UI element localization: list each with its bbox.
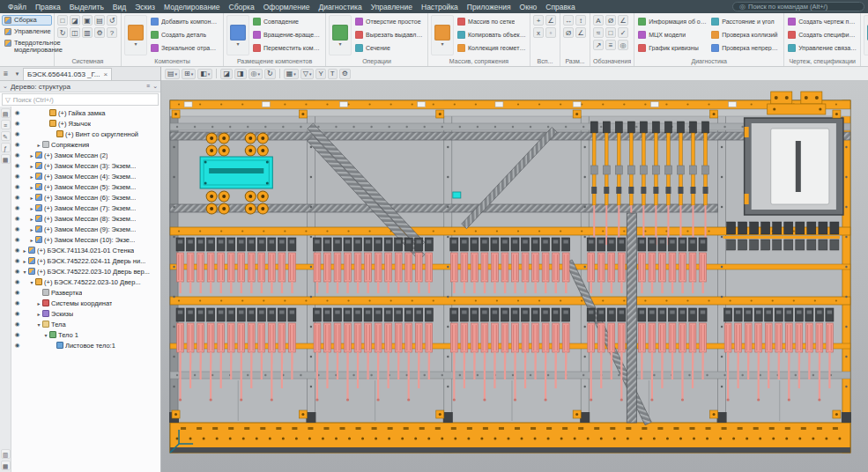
tree-row[interactable]: ◉▸Эскизы bbox=[11, 308, 160, 319]
document-tab[interactable]: БЭСК.656441.053 _Г... × bbox=[23, 68, 112, 80]
panel-grid-icon[interactable]: ▦ bbox=[1, 461, 11, 470]
visibility-eye-icon[interactable]: ◉ bbox=[13, 151, 21, 159]
note-lines-icon[interactable]: ≡ bbox=[605, 40, 616, 50]
tab-menu-icon[interactable]: ▾ bbox=[11, 67, 23, 80]
expand-arrow-icon[interactable]: ▸ bbox=[28, 184, 35, 190]
rotate-view-icon[interactable]: ↻ bbox=[264, 69, 276, 79]
tree-row[interactable]: ◉▸(+) Замок Мессан (7): Экзем... bbox=[11, 203, 160, 213]
mate-coincident-button[interactable]: ▾ bbox=[226, 15, 249, 55]
visibility-eye-icon[interactable]: ◉ bbox=[13, 215, 21, 222]
visibility-eye-icon[interactable]: ◉ bbox=[13, 162, 21, 169]
tree-row[interactable]: ◉▸(+) Замок Мессан (8): Экзем... bbox=[11, 213, 160, 224]
ribbon-button[interactable]: Проверка непрерывности bbox=[710, 41, 781, 55]
visibility-eye-icon[interactable]: ◉ bbox=[13, 225, 21, 232]
cabinet-door[interactable] bbox=[745, 118, 843, 215]
expand-arrow-icon[interactable]: ▸ bbox=[35, 142, 42, 148]
visibility-eye-icon[interactable]: ◉ bbox=[13, 289, 21, 296]
ribbon-button[interactable]: Управление связанными с... bbox=[787, 41, 857, 55]
tab-list-icon[interactable]: ≣ bbox=[0, 67, 11, 80]
tree-search-input[interactable]: ▽ Поиск (Ctrl+/) bbox=[2, 93, 159, 106]
3d-viewport-scene[interactable] bbox=[161, 81, 868, 472]
filter-icon[interactable]: ▽▾ bbox=[300, 69, 315, 79]
new-document-icon[interactable]: □ bbox=[57, 15, 68, 26]
create-component-button[interactable]: ▾ bbox=[124, 15, 147, 55]
visibility-eye-icon[interactable]: ◉ bbox=[13, 278, 21, 285]
ribbon-button[interactable]: Расстояние и угол bbox=[710, 15, 781, 28]
note-leader-icon[interactable]: ↗ bbox=[593, 40, 604, 50]
ribbon-button[interactable]: Переместить компоненты bbox=[252, 41, 323, 55]
menu-item-7[interactable]: Оформление bbox=[259, 3, 315, 11]
dim-diameter-icon[interactable]: Ø bbox=[563, 27, 574, 38]
ribbon-button[interactable]: Создать деталь bbox=[150, 28, 220, 41]
note-text-icon[interactable]: A bbox=[593, 15, 604, 26]
workspace-tab-2[interactable]: Твердотельное моделирование bbox=[2, 38, 52, 55]
ribbon-button[interactable]: Проверка коллизий bbox=[710, 28, 781, 41]
tree-row[interactable]: ◉▸Сопряжения bbox=[11, 139, 160, 150]
menu-item-4[interactable]: Эскиз bbox=[130, 3, 160, 11]
visibility-eye-icon[interactable]: ◉ bbox=[13, 342, 21, 349]
panel-tree-icon[interactable]: ▤ bbox=[1, 108, 11, 118]
ribbon-button[interactable]: Добавить компонент из... bbox=[150, 15, 220, 28]
section-view-icon[interactable]: ◨ bbox=[234, 69, 247, 79]
selected-component[interactable] bbox=[200, 157, 272, 188]
visibility-eye-icon[interactable]: ◉ bbox=[13, 173, 21, 180]
visibility-eye-icon[interactable]: ◉ bbox=[13, 257, 21, 264]
note-angle-icon[interactable]: ∠ bbox=[618, 15, 628, 26]
chevron-down-icon[interactable]: ⌄ bbox=[3, 83, 8, 90]
note-diameter-icon[interactable]: Ø bbox=[605, 15, 616, 26]
selection-filter-icon[interactable]: ▤▾ bbox=[165, 69, 180, 79]
tree-row[interactable]: ◉▸Системы координат bbox=[11, 298, 160, 308]
tree-row[interactable]: ◉▸(+) Замок Мессан (10): Экзе... bbox=[11, 234, 160, 245]
dim-angle-icon[interactable]: ∠ bbox=[575, 27, 586, 38]
expand-arrow-icon[interactable]: ▸ bbox=[28, 226, 35, 232]
panel-sketch-icon[interactable]: ✎ bbox=[1, 131, 11, 141]
note-rough-icon[interactable]: ≈ bbox=[593, 27, 604, 38]
note-target-icon[interactable]: ◎ bbox=[618, 40, 628, 50]
close-icon[interactable]: × bbox=[104, 70, 108, 78]
panel-library-icon[interactable]: ▦ bbox=[1, 154, 11, 164]
hide-components-icon[interactable]: ▦▾ bbox=[284, 69, 299, 79]
expand-arrow-icon[interactable]: ▾ bbox=[42, 332, 49, 338]
menu-item-1[interactable]: Правка bbox=[31, 3, 65, 11]
expand-arrow-icon[interactable]: ▸ bbox=[35, 300, 42, 306]
axes-y-icon[interactable]: Y bbox=[315, 69, 325, 79]
ribbon-button[interactable]: Информация об объекте bbox=[637, 15, 708, 28]
aux-angle-icon[interactable]: ∠ bbox=[545, 15, 556, 26]
expand-arrow-icon[interactable]: ▸ bbox=[21, 247, 28, 254]
tree-row[interactable]: ◉Развертка bbox=[11, 287, 160, 298]
insert-element-button[interactable]: ▾ bbox=[864, 15, 868, 55]
tree-row[interactable]: ◉▸(+) Замок Мессан (2) bbox=[11, 150, 160, 160]
tree-row[interactable]: ◉▸(+) Замок Мессан (6): Экзем... bbox=[11, 192, 160, 203]
text-tool-icon[interactable]: T bbox=[328, 69, 338, 79]
orientation-icon[interactable]: ⊞▾ bbox=[182, 69, 196, 79]
aux-plane-icon[interactable]: ◦ bbox=[545, 27, 556, 38]
tree-row[interactable]: ◉(+) Винт со скругленной bbox=[11, 129, 160, 139]
tree-row[interactable]: ◉(+) Гайка замка bbox=[11, 107, 160, 118]
expand-arrow-icon[interactable]: ▸ bbox=[35, 311, 42, 317]
menu-item-12[interactable]: Окно bbox=[516, 3, 542, 11]
expand-arrow-icon[interactable]: ▾ bbox=[28, 279, 35, 285]
visibility-eye-icon[interactable]: ◉ bbox=[13, 183, 21, 190]
copy-icon[interactable]: ◫ bbox=[70, 27, 80, 38]
tree-row[interactable]: ◉▾(+) БЭСК.745222.023-10 Дверь вер... bbox=[11, 266, 160, 277]
menu-item-9[interactable]: Управление bbox=[367, 3, 417, 11]
dim-linear-icon[interactable]: ↔ bbox=[563, 15, 574, 26]
help-icon[interactable]: ? bbox=[107, 27, 117, 38]
print-icon[interactable]: ▤ bbox=[94, 15, 105, 26]
tree-menu-icon[interactable]: ≡ bbox=[146, 83, 150, 90]
aux-point-icon[interactable]: + bbox=[533, 15, 544, 26]
ribbon-button[interactable]: МЦХ модели bbox=[637, 28, 708, 41]
expand-arrow-icon[interactable]: ▸ bbox=[28, 152, 35, 159]
ribbon-button[interactable]: Коллекция геометрии bbox=[456, 41, 527, 55]
visibility-eye-icon[interactable]: ◉ bbox=[13, 204, 21, 211]
visibility-eye-icon[interactable]: ◉ bbox=[13, 331, 21, 338]
tree-row[interactable]: ◉▸(+) Замок Мессан (9): Экзем... bbox=[11, 224, 160, 234]
visibility-eye-icon[interactable]: ◉ bbox=[13, 321, 21, 328]
ribbon-button[interactable]: Массив по сетке bbox=[456, 15, 527, 28]
expand-arrow-icon[interactable]: ▸ bbox=[21, 258, 28, 264]
visibility-eye-icon[interactable]: ◉ bbox=[13, 141, 21, 148]
menu-item-2[interactable]: Выделить bbox=[65, 3, 108, 11]
visibility-eye-icon[interactable]: ◉ bbox=[13, 194, 21, 201]
visibility-eye-icon[interactable]: ◉ bbox=[13, 299, 21, 306]
note-frame-icon[interactable]: □ bbox=[605, 27, 616, 38]
